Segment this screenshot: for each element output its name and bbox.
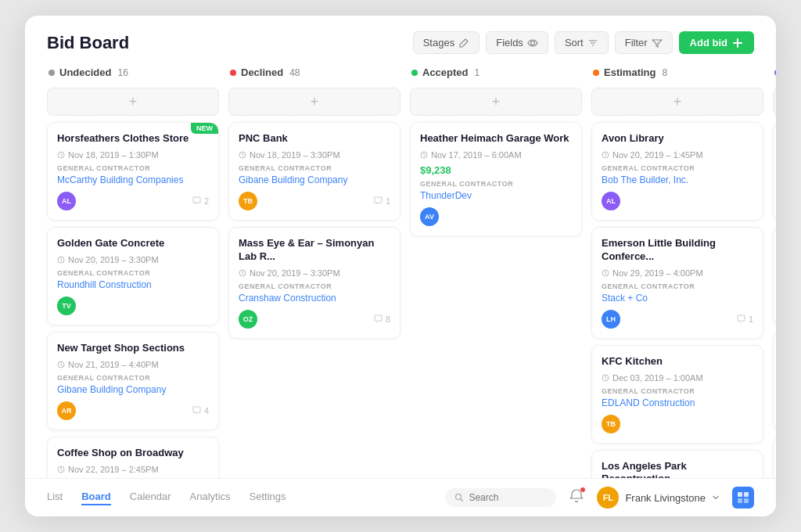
avatar: AR [57, 401, 76, 420]
avatars: AL [602, 192, 620, 210]
search-input[interactable] [469, 492, 547, 503]
col-count: 8 [662, 67, 667, 78]
card-contractor: Cranshaw Construction [239, 293, 390, 304]
col-title: Accepted [422, 66, 469, 78]
sort-icon [587, 38, 598, 49]
comment-icon [192, 196, 201, 205]
nav-item-calendar[interactable]: Calendar [130, 491, 171, 505]
comment-icon [374, 315, 383, 323]
column-header-undecided: Undecided 16 [47, 63, 219, 81]
card[interactable]: PNC Bank Nov 18, 2019 – 3:30PM GENERAL C… [228, 122, 400, 221]
card[interactable]: Avon Library Nov 20, 2019 – 1:45PM GENER… [591, 122, 763, 221]
col-dot [230, 70, 236, 76]
clock-icon [602, 151, 609, 159]
card-title: Coffee Shop on Broadway [57, 447, 209, 460]
card-date: Nov 20, 2019 – 1:45PM [602, 150, 753, 160]
card-date: Nov 22, 2019 – 2:45PM [57, 465, 209, 474]
svg-rect-20 [744, 498, 749, 503]
nav-items: ListBoardCalendarAnalyticsSettings [47, 491, 286, 505]
edit-icon [458, 38, 469, 49]
clock-icon [57, 466, 65, 473]
card-date: Nov 20, 2019 – 3:30PM [57, 255, 209, 264]
card-label: GENERAL CONTRACTOR [57, 374, 209, 382]
nav-item-analytics[interactable]: Analytics [190, 491, 231, 505]
app-icon[interactable] [732, 487, 754, 509]
card-footer: AR 4 [57, 401, 209, 420]
card-date: Nov 20, 2019 – 3:30PM [239, 268, 390, 278]
card-title: Mass Eye & Ear – Simonyan Lab R... [239, 237, 390, 264]
card-footer: TB 1 [239, 192, 390, 210]
stages-button[interactable]: Stages [413, 31, 480, 54]
card[interactable]: Coffee Shop on Broadway Nov 22, 2019 – 2… [47, 437, 219, 478]
avatars: TB [602, 415, 620, 433]
card-comment: 2 [192, 196, 209, 206]
card[interactable]: IANS Tena... Nov 21... GENERAL CON...Woo… [773, 332, 776, 430]
card[interactable]: KFC Kitchen Dec 03, 2019 – 1:00AM GENERA… [591, 345, 763, 444]
svg-rect-19 [738, 498, 742, 503]
clock-icon [57, 256, 65, 264]
search-box[interactable] [445, 488, 556, 507]
board-area: Undecided 16 +NEWHorsfeathers Clothes St… [25, 54, 776, 478]
card-title: Horsfeathers Clothes Store [57, 132, 209, 146]
card-title: PNC Bank [239, 132, 390, 146]
card-label: GENERAL CONTRACTOR [239, 164, 390, 172]
card-title: New Target Shop Sections [57, 342, 209, 355]
card[interactable]: NEWHorsfeathers Clothes Store Nov 18, 20… [47, 122, 219, 221]
add-card-button[interactable]: + [228, 88, 400, 116]
clock-icon [602, 269, 609, 277]
col-title: Undecided [59, 66, 111, 78]
card[interactable]: Emerson Little Building Conferce... Nov … [591, 227, 763, 339]
col-dot [48, 70, 55, 76]
svg-rect-18 [744, 492, 749, 497]
notification-dot [580, 487, 586, 493]
card-contractor: McCarthy Building Companies [57, 174, 209, 185]
card[interactable]: One Post C... Nov 09... GENERAL CON...El… [773, 122, 776, 221]
add-card-button[interactable]: + [410, 88, 582, 116]
comment-icon [192, 406, 201, 415]
clock-icon [602, 374, 609, 382]
card[interactable]: Golden Gate Concrete Nov 20, 2019 – 3:30… [47, 227, 219, 325]
filter-icon [652, 38, 663, 49]
svg-rect-17 [738, 492, 742, 497]
card-comment: 1 [737, 315, 753, 324]
avatar: TV [57, 297, 76, 315]
card[interactable]: Los Angeles Park Recontruction Dec 03, 2… [591, 450, 763, 478]
card[interactable]: Heather Heimach Garage Work Nov 17, 2019… [410, 122, 582, 236]
clock-icon [239, 269, 246, 277]
nav-item-board[interactable]: Board [81, 491, 111, 505]
card[interactable]: Coffee Sh... Nov 22... [773, 437, 776, 478]
add-bid-button[interactable]: Add bid [679, 31, 754, 54]
card[interactable]: Mass Eye & Ear – Simonyan Lab R... Nov 2… [228, 227, 400, 339]
add-card-button[interactable]: + [591, 88, 763, 116]
avatar: FL [597, 487, 619, 509]
avatars: AL [57, 192, 76, 210]
column-header-estimating: Estimating 8 [591, 63, 763, 81]
card-footer: AV [420, 207, 572, 226]
card-title: KFC Kitchen [602, 355, 753, 368]
col-title: Estimating [604, 66, 656, 78]
col-dot [774, 70, 776, 76]
avatar: LH [602, 310, 620, 329]
card-label: GENERAL CONTRACTOR [239, 282, 390, 290]
add-card-button[interactable]: + [773, 88, 776, 116]
column-estimating: Estimating 8 +Avon Library Nov 20, 2019 … [591, 63, 763, 478]
eye-icon [527, 38, 538, 49]
fields-button[interactable]: Fields [486, 31, 548, 54]
card-title: Golden Gate Concrete [57, 237, 209, 250]
card[interactable]: New Target Shop Sections Nov 21, 2019 – … [47, 332, 219, 430]
filter-button[interactable]: Filter [615, 31, 673, 54]
card-date: Nov 21, 2019 – 4:40PM [57, 360, 209, 369]
notification-bell[interactable] [569, 488, 584, 507]
sort-button[interactable]: Sort [555, 31, 609, 54]
avatar: AL [602, 192, 620, 210]
card[interactable]: Carter's /... Nov 20... GENERAL CON...Sh… [773, 227, 776, 325]
card-footer: OZ 8 [239, 310, 390, 329]
comment-icon [374, 196, 383, 205]
add-card-button[interactable]: + [47, 88, 219, 116]
column-submitted: Submitt... +One Post C... Nov 09... GENE… [773, 63, 776, 478]
column-header-declined: Declined 48 [228, 63, 400, 81]
card-contractor: Gibane Building Company [239, 174, 390, 185]
nav-item-settings[interactable]: Settings [250, 491, 286, 505]
nav-item-list[interactable]: List [47, 491, 63, 505]
clock-icon [239, 151, 246, 159]
